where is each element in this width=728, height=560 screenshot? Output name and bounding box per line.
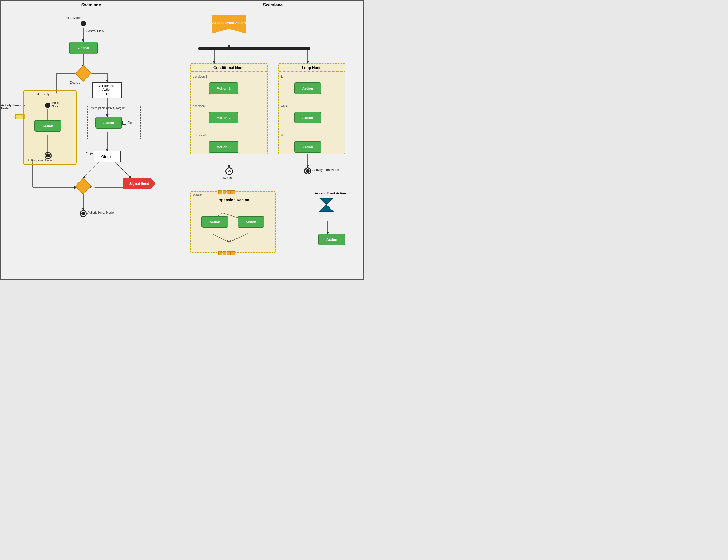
loop-action-2[interactable]: Action: [294, 112, 321, 124]
activity-action-box[interactable]: Action: [34, 120, 61, 132]
condition-section-1: condition 1 Action 1: [191, 72, 267, 101]
accept-event-action-box[interactable]: Action: [318, 234, 345, 245]
activity-final-label-2: Activity Final Node: [87, 211, 114, 215]
swimlane-1-header: Swimlane: [1, 1, 182, 10]
activity-final-node-2: [80, 210, 87, 217]
do-label: do: [281, 134, 284, 137]
svg-marker-27: [320, 198, 333, 205]
condition-2-label: condition 2: [193, 104, 207, 108]
fork-bar: [198, 47, 310, 50]
condition-section-3: condition 3 Action 3: [191, 130, 267, 160]
loop-node-header: Loop Node: [279, 64, 345, 72]
svg-marker-28: [320, 205, 333, 212]
action-box-1[interactable]: Action: [69, 42, 98, 54]
loop-section-while: while Action: [279, 101, 345, 130]
activity-final-right-label: Activity Final Node: [312, 168, 339, 172]
activity-label: Activity: [37, 92, 50, 96]
activity-final-node-right: [304, 168, 311, 175]
expansion-action-2[interactable]: Action: [238, 216, 264, 228]
decision-label: Decision: [70, 81, 82, 85]
cond-action-2[interactable]: Action 2: [209, 112, 238, 124]
loop-action-1[interactable]: Action: [294, 82, 321, 94]
interruptible-label: Interruptible Activity Region: [90, 106, 125, 110]
diagram-container: Swimlane: [0, 0, 364, 280]
condition-3-label: condition 3: [193, 134, 207, 137]
loop-section-do: do Action: [279, 130, 345, 160]
swimlane-2-header: Swimlane: [182, 1, 363, 10]
conditional-node: Conditional Node condition 1 Action 1 co…: [190, 64, 268, 154]
initial-node-label-1: Initial Node: [65, 16, 81, 20]
hourglass-icon: [318, 197, 334, 213]
expansion-pins-top: [218, 191, 235, 194]
while-label: while: [281, 104, 288, 108]
pin-label: Pin: [127, 121, 132, 125]
condition-section-2: condition 2 Action 2: [191, 101, 267, 130]
loop-action-3[interactable]: Action: [294, 141, 321, 153]
svg-line-10: [83, 162, 99, 178]
loop-section-for: for Action: [279, 72, 345, 101]
expansion-pins-bottom: [218, 252, 235, 255]
swimlane-1-body: Initial Node Control Flow Action Decisio…: [1, 10, 182, 277]
call-behavior-action[interactable]: Call Behavior Action ⊕: [92, 82, 122, 98]
activity-final-label-1: Activity Final Node: [28, 159, 52, 162]
swimlane-2: Swimlane: [182, 1, 363, 280]
cond-action-1[interactable]: Action 1: [209, 82, 238, 94]
decision-diamond: [75, 65, 92, 82]
initial-node-1: [81, 21, 86, 26]
activity-initial-node: [45, 103, 50, 108]
accept-event-action-2-label: Accept Event Action: [313, 192, 348, 195]
signal-send[interactable]: Signal Send: [123, 178, 155, 189]
flow-final-node: ✕: [225, 168, 233, 175]
conditional-node-header: Conditional Node: [191, 64, 267, 72]
activity-initial-label: InitialNode: [52, 101, 59, 108]
swimlane-1: Swimlane: [1, 1, 182, 280]
activity-container: Activity InitialNode Action Activity Fin…: [23, 90, 77, 165]
loop-node: Loop Node for Action while Action: [278, 64, 345, 154]
svg-line-11: [115, 162, 131, 178]
object-node[interactable]: Object :: [94, 151, 121, 162]
region-action-box[interactable]: Action: [95, 117, 122, 129]
flow-final-label: Flow Final: [220, 176, 234, 180]
expansion-region-label: Expansion Region: [191, 198, 275, 202]
pin-box: [122, 121, 126, 125]
expansion-region: parallel Expansion Region Action Action: [190, 192, 276, 253]
cond-action-3[interactable]: Action 3: [209, 141, 238, 153]
expansion-action-1[interactable]: Action: [201, 216, 228, 228]
accept-event-action-1[interactable]: Accept Event Action: [212, 15, 246, 34]
for-label: for: [281, 75, 284, 78]
swimlane-2-body: Accept Event Action Conditional Node con…: [182, 10, 363, 277]
merge-diamond: [75, 178, 92, 195]
activity-final-node-1: [45, 152, 52, 159]
control-flow-label: Control Flow: [86, 29, 104, 33]
condition-1-label: condition 1: [193, 75, 207, 78]
